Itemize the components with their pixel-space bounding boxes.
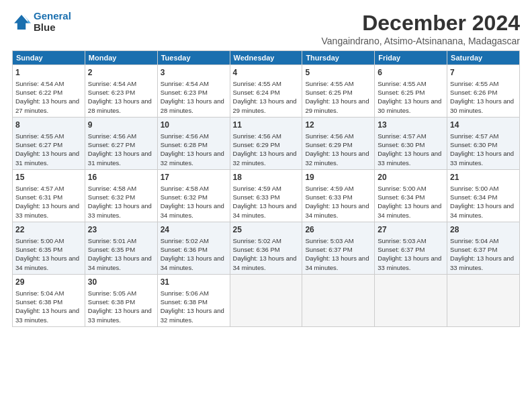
daylight: Daylight: 13 hours and 34 minutes. [161,202,224,218]
sunset: Sunset: 6:31 PM [15,193,62,201]
sunrise: Sunrise: 5:00 AM [378,185,426,192]
daylight: Daylight: 13 hours and 33 minutes. [15,307,79,323]
calendar-cell: 19Sunrise: 4:59 AMSunset: 6:33 PMDayligh… [302,169,375,222]
sunrise: Sunrise: 4:56 AM [161,132,209,140]
sunset: Sunset: 6:26 PM [450,89,497,96]
day-number: 28 [450,224,517,236]
daylight: Daylight: 13 hours and 30 minutes. [450,97,514,113]
daylight: Daylight: 13 hours and 33 minutes. [15,202,79,218]
daylight: Daylight: 13 hours and 34 minutes. [305,202,369,218]
calendar-cell: 27Sunrise: 5:03 AMSunset: 6:37 PMDayligh… [375,222,447,274]
day-number: 16 [88,172,154,183]
daylight: Daylight: 13 hours and 32 minutes. [161,150,224,166]
sunset: Sunset: 6:34 PM [378,193,425,201]
sunset: Sunset: 6:23 PM [161,89,208,96]
calendar-cell: 8Sunrise: 4:55 AMSunset: 6:27 PMDaylight… [13,117,85,169]
header: General Blue December 2024 Vangaindrano,… [12,11,520,46]
day-number: 10 [161,120,227,131]
day-number: 5 [305,67,371,79]
sunrise: Sunrise: 5:03 AM [305,237,353,244]
calendar-cell: 29Sunrise: 5:04 AMSunset: 6:38 PMDayligh… [13,274,85,326]
calendar-week-row: 22Sunrise: 5:00 AMSunset: 6:35 PMDayligh… [13,222,520,274]
day-number: 29 [15,277,82,288]
calendar-header-sunday: Sunday [13,51,85,65]
daylight: Daylight: 13 hours and 33 minutes. [88,307,152,323]
daylight: Daylight: 13 hours and 34 minutes. [233,202,297,218]
day-number: 25 [233,224,300,236]
sunrise: Sunrise: 4:54 AM [161,80,209,87]
calendar-header-row: SundayMondayTuesdayWednesdayThursdayFrid… [13,51,520,65]
sunset: Sunset: 6:35 PM [88,246,135,253]
day-number: 12 [305,120,371,131]
sunrise: Sunrise: 4:54 AM [15,80,64,87]
daylight: Daylight: 13 hours and 34 minutes. [378,202,441,218]
calendar-cell: 31Sunrise: 5:06 AMSunset: 6:38 PMDayligh… [157,274,230,326]
calendar-cell [375,274,447,326]
day-number: 21 [450,172,517,183]
sunset: Sunset: 6:34 PM [450,193,497,201]
day-number: 3 [161,67,227,79]
daylight: Daylight: 13 hours and 34 minutes. [450,202,514,218]
calendar-cell: 21Sunrise: 5:00 AMSunset: 6:34 PMDayligh… [447,169,520,222]
daylight: Daylight: 13 hours and 28 minutes. [88,97,152,113]
logo-icon [12,13,31,32]
sunset: Sunset: 6:23 PM [88,89,135,96]
daylight: Daylight: 13 hours and 32 minutes. [305,150,369,166]
daylight: Daylight: 13 hours and 34 minutes. [233,255,297,271]
calendar-cell: 20Sunrise: 5:00 AMSunset: 6:34 PMDayligh… [375,169,447,222]
calendar-cell: 25Sunrise: 5:02 AMSunset: 6:36 PMDayligh… [230,222,302,274]
sunrise: Sunrise: 5:04 AM [15,289,64,297]
day-number: 9 [88,120,154,131]
daylight: Daylight: 13 hours and 27 minutes. [15,97,79,113]
sunrise: Sunrise: 4:55 AM [15,132,64,140]
sunset: Sunset: 6:38 PM [88,298,135,306]
sunrise: Sunrise: 4:55 AM [233,80,281,87]
sunrise: Sunrise: 4:54 AM [88,80,136,87]
calendar-cell: 30Sunrise: 5:05 AMSunset: 6:38 PMDayligh… [85,274,157,326]
page: General Blue December 2024 Vangaindrano,… [0,0,532,411]
calendar-cell: 26Sunrise: 5:03 AMSunset: 6:37 PMDayligh… [302,222,375,274]
day-number: 15 [15,172,82,183]
sunrise: Sunrise: 4:58 AM [161,185,209,192]
calendar-cell: 17Sunrise: 4:58 AMSunset: 6:32 PMDayligh… [157,169,230,222]
calendar-header-thursday: Thursday [302,51,375,65]
calendar-cell: 7Sunrise: 4:55 AMSunset: 6:26 PMDaylight… [447,65,520,118]
sunrise: Sunrise: 5:05 AM [88,289,136,297]
svg-marker-0 [14,15,29,30]
sunset: Sunset: 6:33 PM [305,193,352,201]
daylight: Daylight: 13 hours and 33 minutes. [450,255,514,271]
calendar-cell: 16Sunrise: 4:58 AMSunset: 6:32 PMDayligh… [85,169,157,222]
calendar-cell: 3Sunrise: 4:54 AMSunset: 6:23 PMDaylight… [157,65,230,118]
sunrise: Sunrise: 5:03 AM [378,237,426,244]
day-number: 18 [233,172,300,183]
sunset: Sunset: 6:24 PM [233,89,280,96]
sunset: Sunset: 6:27 PM [88,141,135,148]
day-number: 13 [378,120,444,131]
calendar-week-row: 15Sunrise: 4:57 AMSunset: 6:31 PMDayligh… [13,169,520,222]
day-number: 11 [233,120,300,131]
sunrise: Sunrise: 4:55 AM [450,80,498,87]
sunrise: Sunrise: 5:02 AM [161,237,209,244]
sunrise: Sunrise: 5:04 AM [450,237,498,244]
sunset: Sunset: 6:35 PM [15,246,62,253]
day-number: 1 [15,67,82,79]
daylight: Daylight: 13 hours and 34 minutes. [161,255,224,271]
calendar-cell [230,274,302,326]
daylight: Daylight: 13 hours and 33 minutes. [88,202,152,218]
sunset: Sunset: 6:38 PM [161,298,208,306]
calendar-cell: 5Sunrise: 4:55 AMSunset: 6:25 PMDaylight… [302,65,375,118]
calendar-cell: 6Sunrise: 4:55 AMSunset: 6:25 PMDaylight… [375,65,447,118]
daylight: Daylight: 13 hours and 32 minutes. [233,150,297,166]
calendar-header-tuesday: Tuesday [157,51,230,65]
daylight: Daylight: 13 hours and 33 minutes. [378,150,441,166]
calendar-week-row: 1Sunrise: 4:54 AMSunset: 6:22 PMDaylight… [13,65,520,118]
sunrise: Sunrise: 4:55 AM [305,80,353,87]
calendar-cell: 1Sunrise: 4:54 AMSunset: 6:22 PMDaylight… [13,65,85,118]
subtitle: Vangaindrano, Atsimo-Atsinanana, Madagas… [322,36,520,46]
sunrise: Sunrise: 4:57 AM [15,185,64,192]
title-block: December 2024 Vangaindrano, Atsimo-Atsin… [322,11,520,46]
daylight: Daylight: 13 hours and 34 minutes. [15,255,79,271]
sunrise: Sunrise: 4:56 AM [88,132,136,140]
calendar-cell [447,274,520,326]
calendar-header-friday: Friday [375,51,447,65]
